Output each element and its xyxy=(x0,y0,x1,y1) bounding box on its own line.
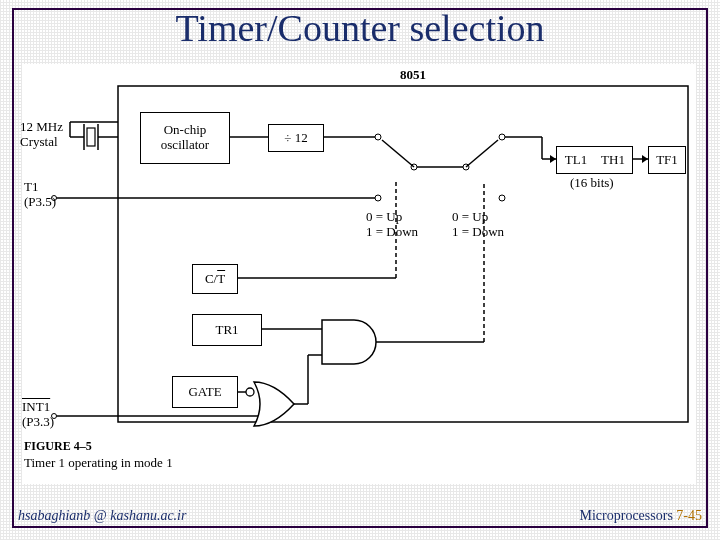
figure-number: FIGURE 4–5 xyxy=(24,440,92,454)
crystal-label: 12 MHz Crystal xyxy=(20,120,63,150)
th1-register: TH1 xyxy=(594,146,633,174)
svg-point-13 xyxy=(375,195,381,201)
footer-page: Microprocessors 7-45 xyxy=(580,508,702,524)
int1-pin-label: INT1(P3.3) xyxy=(22,400,54,430)
svg-point-12 xyxy=(375,134,381,140)
tr1-bit-block: TR1 xyxy=(192,314,262,346)
tf1-flag: TF1 xyxy=(648,146,686,174)
ct-bit-block: C/T xyxy=(192,264,238,294)
footer-page-number: 7-45 xyxy=(676,508,702,523)
bits-label: (16 bits) xyxy=(570,176,614,191)
divider-block: ÷ 12 xyxy=(268,124,324,152)
svg-point-18 xyxy=(499,134,505,140)
chip-label: 8051 xyxy=(400,68,426,83)
footer-course: Microprocessors xyxy=(580,508,673,523)
svg-line-20 xyxy=(466,140,498,167)
figure-caption: Timer 1 operating in mode 1 xyxy=(24,456,173,471)
tl1-register: TL1 xyxy=(556,146,596,174)
svg-point-19 xyxy=(499,195,505,201)
svg-point-36 xyxy=(246,388,254,396)
t1-pin-label: T1 (P3.5) xyxy=(24,180,56,210)
gate-bit-block: GATE xyxy=(172,376,238,408)
svg-line-15 xyxy=(382,140,414,167)
figure-area: 8051 12 MHz Crystal On-chip oscillator ÷… xyxy=(22,64,696,484)
slide-title: Timer/Counter selection xyxy=(0,6,720,50)
wiring xyxy=(22,64,696,484)
switch2-legend: 0 = Up 1 = Down xyxy=(452,210,504,240)
oscillator-block: On-chip oscillator xyxy=(140,112,230,164)
footer-author: hsabaghianb @ kashanu.ac.ir xyxy=(18,508,186,524)
svg-rect-3 xyxy=(87,128,95,146)
switch1-legend: 0 = Up 1 = Down xyxy=(366,210,418,240)
